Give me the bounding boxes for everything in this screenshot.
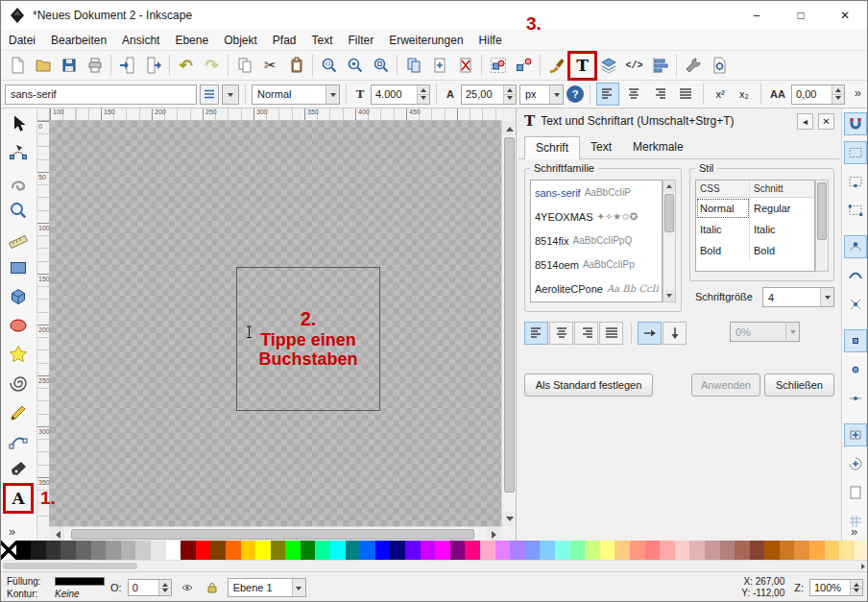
unit-select[interactable]: px	[519, 84, 564, 105]
text-tool[interactable]: A 1.	[5, 485, 32, 512]
color-swatch[interactable]	[421, 541, 436, 560]
layers-dialog-button[interactable]	[595, 53, 621, 79]
stepper-up[interactable]	[418, 85, 429, 94]
layer-lock-toggle[interactable]	[203, 578, 222, 597]
zoom-tool[interactable]	[5, 197, 32, 224]
color-swatch[interactable]	[346, 541, 361, 560]
color-swatch[interactable]	[525, 541, 541, 560]
font-list-item[interactable]: sans-serifAaBbCcIiP	[531, 181, 662, 205]
snapbar-overflow-button[interactable]: »	[851, 524, 857, 539]
h-ruler[interactable]: 100150200250300350400450	[50, 108, 501, 121]
menu-text[interactable]: Text	[304, 31, 341, 50]
snap-smooth-nodes-button[interactable]	[844, 358, 867, 381]
cal­ligraphy-tool[interactable]	[5, 456, 32, 483]
tab-schrift[interactable]: Schrift	[524, 136, 580, 159]
align-right-button[interactable]	[648, 83, 671, 106]
palette-scroll-thumb[interactable]	[3, 563, 137, 569]
color-swatch[interactable]	[570, 541, 586, 560]
style-css-value[interactable]: Normal	[696, 198, 750, 219]
bezier-tool[interactable]	[5, 427, 32, 454]
color-swatch[interactable]	[764, 541, 780, 560]
font-list-item[interactable]: 4YEOXMAS✦✧★✩✪	[531, 205, 662, 229]
scroll-down-button[interactable]	[502, 512, 517, 526]
style-css-value[interactable]: Bold	[696, 240, 750, 261]
snap-object-centers-button[interactable]	[844, 423, 867, 446]
color-swatch[interactable]	[271, 541, 286, 560]
color-swatch[interactable]	[465, 541, 480, 560]
minimize-button[interactable]: –	[735, 1, 779, 30]
font-collections-button[interactable]	[200, 84, 219, 105]
zoom-spinner[interactable]: 100%	[809, 579, 863, 596]
color-swatch[interactable]	[780, 541, 795, 560]
font-style-select[interactable]: Normal	[252, 84, 340, 105]
opacity-spinner[interactable]: 0	[128, 579, 172, 596]
style-row[interactable]: ItalicItalic	[696, 219, 814, 240]
paste-button[interactable]	[283, 53, 309, 79]
zoom-drawing-button[interactable]	[342, 53, 368, 79]
menu-objekt[interactable]: Objekt	[216, 31, 265, 50]
color-swatch[interactable]	[495, 541, 511, 560]
color-swatch[interactable]	[480, 541, 495, 560]
snap-nodes-button[interactable]	[844, 235, 867, 258]
vertical-scrollbar[interactable]	[501, 121, 516, 526]
align-dialog-button[interactable]	[647, 53, 673, 79]
selector-tool[interactable]	[5, 110, 32, 137]
create-clone-button[interactable]	[426, 53, 452, 79]
color-swatch[interactable]	[60, 541, 76, 560]
dialog-dock-button[interactable]: ◂	[797, 113, 813, 130]
color-swatch[interactable]	[660, 541, 675, 560]
color-swatch[interactable]	[555, 541, 570, 560]
color-swatch[interactable]	[405, 541, 421, 560]
color-swatch[interactable]	[839, 541, 855, 560]
ungroup-button[interactable]	[511, 53, 537, 79]
toolbar-overflow-button[interactable]: »	[855, 85, 861, 100]
color-swatch[interactable]	[600, 541, 615, 560]
snap-midpoints-button[interactable]	[844, 387, 867, 410]
save-document-button[interactable]	[56, 53, 82, 79]
measure-tool[interactable]	[5, 226, 32, 253]
color-swatch[interactable]	[689, 541, 705, 560]
color-swatch[interactable]	[76, 541, 91, 560]
stepper-down[interactable]	[159, 588, 171, 595]
align-center-button[interactable]	[622, 83, 645, 106]
layer-select[interactable]: Ebene 1	[228, 578, 306, 597]
open-document-button[interactable]	[30, 53, 56, 79]
no-color-swatch[interactable]	[1, 541, 16, 560]
enable-snapping-button[interactable]	[844, 112, 867, 135]
scroll-right-button[interactable]	[487, 527, 501, 542]
v-ruler[interactable]: 050100150200250300350	[37, 121, 50, 526]
close-dialog-button[interactable]: Schließen	[764, 373, 834, 397]
node-editor-tool[interactable]	[5, 139, 32, 166]
layer-visibility-toggle[interactable]	[178, 578, 197, 597]
stepper-up[interactable]	[504, 85, 516, 94]
color-swatch[interactable]	[46, 541, 61, 560]
color-swatch[interactable]	[241, 541, 256, 560]
stepper-down[interactable]	[832, 94, 844, 104]
color-swatch[interactable]	[360, 541, 375, 560]
color-swatch[interactable]	[285, 541, 301, 560]
stepper-down[interactable]	[504, 94, 516, 104]
fill-stroke-dialog-button[interactable]	[543, 53, 569, 79]
color-swatch[interactable]	[301, 541, 316, 560]
color-swatch[interactable]	[720, 541, 735, 560]
style-row[interactable]: NormalRegular	[696, 198, 814, 219]
copy-button[interactable]	[231, 53, 257, 79]
menu-erweiterungen[interactable]: Erweiterungen	[381, 31, 470, 50]
color-swatch[interactable]	[375, 541, 391, 560]
dialog-close-button[interactable]: ✕	[818, 113, 834, 130]
menu-ansicht[interactable]: Ansicht	[114, 31, 167, 50]
help-button[interactable]: ?	[567, 85, 584, 103]
menu-datei[interactable]: Datei	[1, 31, 43, 50]
group-button[interactable]	[485, 53, 511, 79]
style-scroll-thumb[interactable]	[817, 182, 827, 240]
menu-pfad[interactable]: Pfad	[265, 31, 304, 50]
line-spacing-select[interactable]: 0%	[730, 322, 800, 342]
color-swatch[interactable]	[615, 541, 630, 560]
color-swatch[interactable]	[196, 541, 211, 560]
line-spacing-spinner[interactable]: 25,00	[461, 84, 517, 105]
color-swatch[interactable]	[210, 541, 226, 560]
color-swatch[interactable]	[585, 541, 600, 560]
stepper-up[interactable]	[832, 85, 844, 94]
color-swatch[interactable]	[510, 541, 525, 560]
apply-button[interactable]: Anwenden	[691, 373, 760, 397]
